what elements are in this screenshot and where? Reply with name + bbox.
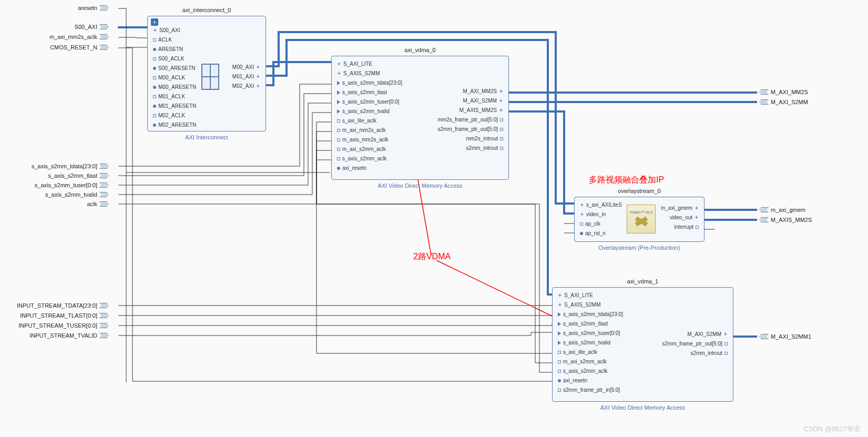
ext-port-s-axis-s2mm-tlast[interactable]: s_axis_s2mm_tlast [48,172,111,179]
ext-port-label: s_axis_s2mm_tvalid [45,191,97,198]
pin-m01-aclk[interactable]: M01_ACLK [153,93,185,100]
pin[interactable]: video_out+ [670,214,699,221]
ext-port-s-axis-s2mm-tdata[interactable]: s_axis_s2mm_tdata[23:0] [32,163,111,169]
pin-m00-aresetn[interactable]: M00_ARESETN [153,84,196,91]
pin[interactable]: +s_axi_AXILiteS [580,201,622,209]
ext-port-m-axi-mm2s[interactable]: M_AXI_MM2S [757,89,808,95]
pin[interactable]: interrupt [674,223,699,231]
pin[interactable]: s_axis_s2mm_tdata[23:0] [558,311,623,318]
pin[interactable]: M_AXI_MM2S+ [463,88,503,95]
pin-m01-axi[interactable]: M01_AXI+ [232,73,260,80]
ext-port-m-axi-s2mm[interactable]: M_AXI_S2MM [757,99,808,105]
expand-icon[interactable]: + [151,18,158,26]
ext-port-aresetn[interactable]: aresetn [78,5,111,11]
ports-right: M_AXI_MM2S+ M_AXI_S2MM+ M_AXIS_MM2S+ mm2… [438,88,504,152]
ext-port-label: INPUT_STREAM_TLAST[0:0] [20,312,97,319]
annotation-two-vdma: 2路VDMA [413,251,451,262]
block-axi-vdma-0[interactable]: axi_vdma_0 +S_AXI_LITE +S_AXIS_S2MM s_ax… [331,56,509,180]
pin[interactable]: m_axi_mm2s_aclk [337,127,386,134]
watermark: CSDN @9527华安 [803,424,861,434]
ext-port-m-axi-mm2s-aclk[interactable]: m_axi_mm2s_aclk [49,34,111,40]
pin[interactable]: s_axis_s2mm_tuser[0:0] [337,98,399,106]
port-arrow-icon [759,89,769,95]
annotation-overlay-ip: 多路视频融合叠加IP [589,175,664,186]
pin[interactable]: m_axis_mm2s_aclk [337,136,389,144]
pin[interactable]: m_axi_s2mm_aclk [558,358,607,365]
pin-s00-axi[interactable]: +S00_AXI [153,27,180,34]
ext-port-input-stream-tvalid[interactable]: INPUT_STREAM_TVALID [29,332,111,339]
pin-m02-aresetn[interactable]: M02_ARESETN [153,121,196,129]
port-arrow-icon [99,173,109,178]
ext-port-s-axis-s2mm-tvalid[interactable]: s_axis_s2mm_tvalid [45,191,111,198]
pin[interactable]: s2mm_frame_ptr_out[5:0] [438,126,504,133]
pin[interactable]: M_AXI_S2MM+ [463,97,503,105]
pin[interactable]: m_axi_gmem+ [661,205,699,212]
block-axi-vdma-1[interactable]: axi_vdma_1 +S_AXI_LITE +S_AXIS_S2MM s_ax… [552,287,733,402]
ext-port-label: M_AXIS_MM2S [771,217,812,223]
pin-m00-axi[interactable]: M00_AXI+ [232,64,260,71]
ext-port-input-stream-tuser[interactable]: INPUT_STREAM_TUSER[0:0] [18,322,111,329]
port-arrow-icon [759,334,769,339]
pin[interactable]: s_axis_s2mm_tvalid [558,339,610,347]
pin[interactable]: mm2s_introut [466,135,503,143]
pin-m01-aresetn[interactable]: M01_ARESETN [153,103,196,110]
pin-aclk[interactable]: ACLK [153,36,172,44]
pin[interactable]: +S_AXI_LITE [558,292,593,299]
ext-port-input-stream-tlast[interactable]: INPUT_STREAM_TLAST[0:0] [20,312,111,319]
ext-port-s-axis-s2mm-tuser[interactable]: s_axis_s2mm_tuser[0:0] [35,182,111,188]
ports-right: M_AXI_S2MM+ s2mm_frame_ptr_out[5:0] s2mm… [662,331,728,357]
block-axi-interconnect-0[interactable]: axi_interconnect_0 + +S00_AXI ACLK ARESE… [147,16,266,131]
pin[interactable]: axi_resetn [558,377,587,384]
block-overlaystream-0[interactable]: overlaystream_0 +s_axi_AXILiteS +video_i… [574,197,704,242]
ext-port-label: S00_AXI [75,24,97,30]
pin[interactable]: s2mm_introut [466,145,503,152]
pin[interactable]: s_axis_s2mm_tdata[23:0] [337,79,402,87]
pin-s00-aclk[interactable]: S00_ACLK [153,55,184,63]
pin[interactable]: s_axis_s2mm_tvalid [337,108,390,115]
pin[interactable]: s_axi_lite_aclk [558,349,597,356]
pin[interactable]: +S_AXIS_S2MM [558,301,600,309]
pin[interactable]: axi_resetn [337,165,366,172]
ext-port-label: M_AXI_S2MM [771,99,808,105]
pin[interactable]: +video_in [580,211,606,218]
ext-port-aclk[interactable]: aclk [87,201,111,207]
pin-aresetn[interactable]: ARESETN [153,46,183,53]
pin[interactable]: m_axi_s2mm_aclk [337,146,386,153]
pin[interactable]: s_axis_s2mm_tlast [337,89,387,96]
pin-m00-aclk[interactable]: M00_ACLK [153,74,185,82]
pin[interactable]: ap_clk [580,220,600,228]
pin[interactable]: s2mm_frame_ptr_out[5:0] [662,340,728,348]
pin-m02-axi[interactable]: M02_AXI+ [232,83,260,90]
ext-port-m-axis-mm2s[interactable]: M_AXIS_MM2S [757,217,812,223]
ext-port-cmos-reset-n[interactable]: CMOS_RESET_N [50,44,111,50]
pin-m02-aclk[interactable]: M02_ACLK [153,112,185,119]
pin[interactable]: s_axis_s2mm_aclk [337,155,386,162]
ext-port-m-axi-s2mm1[interactable]: M_AXI_S2MM1 [757,333,811,340]
pin[interactable]: s2mm_frame_ptr_in[5:0] [558,387,620,394]
ext-port-m-axi-gmem[interactable]: m_axi_gmem [757,207,805,213]
pin[interactable]: s_axis_s2mm_tlast [558,320,608,328]
pin[interactable]: s_axi_lite_aclk [337,117,376,125]
pin[interactable]: mm2s_frame_ptr_out[5:0] [438,116,504,124]
ext-port-label: s_axis_s2mm_tdata[23:0] [32,163,97,169]
block-title: axi_vdma_0 [332,47,508,53]
ext-port-s00-axi[interactable]: S00_AXI [75,24,111,30]
pin[interactable]: +S_AXI_LITE [337,60,372,68]
port-arrow-icon [99,182,109,188]
pin[interactable]: +S_AXIS_S2MM [337,70,380,77]
port-arrow-icon [99,201,109,207]
pin[interactable]: s_axis_s2mm_aclk [558,368,607,375]
pin[interactable]: M_AXIS_MM2S+ [459,107,503,114]
ext-port-input-stream-tdata[interactable]: INPUT_STREAM_TDATA[23:0] [17,302,111,309]
pin[interactable]: s_axis_s2mm_tuser[0:0] [558,330,620,337]
pin[interactable]: ap_rst_n [580,230,606,237]
block-subtitle: Overlaystream (Pre-Production) [575,245,704,251]
port-arrow-icon [759,207,769,212]
pin-s00-aresetn[interactable]: S00_ARESETN [153,65,196,72]
block-subtitle: AXI Interconnect [148,134,265,140]
pin[interactable]: M_AXI_S2MM+ [688,331,728,338]
ports-right: m_axi_gmem+ video_out+ interrupt [661,205,699,231]
block-title: overlaystream_0 [575,188,704,194]
pin[interactable]: s2mm_introut [690,350,728,357]
ext-port-label: CMOS_RESET_N [50,44,97,50]
